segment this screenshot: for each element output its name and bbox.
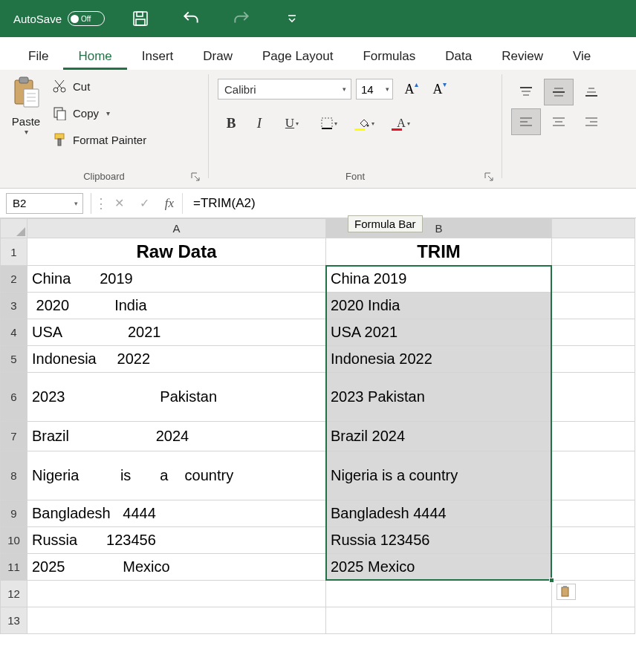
cancel-formula-icon[interactable]: ✕ <box>106 196 132 210</box>
cell-B5[interactable]: Indonesia 2022 <box>326 346 552 373</box>
expand-dots-icon[interactable]: ⋮ <box>94 195 106 212</box>
tab-review[interactable]: Review <box>487 42 558 70</box>
align-middle-button[interactable] <box>544 79 574 105</box>
tab-draw[interactable]: Draw <box>188 42 247 70</box>
cell-B1[interactable]: TRIM <box>326 238 552 266</box>
cell-B10[interactable]: Russia 123456 <box>326 527 552 554</box>
align-left-button[interactable] <box>511 108 541 135</box>
cell[interactable] <box>552 500 635 527</box>
cell[interactable] <box>552 238 635 266</box>
cell[interactable] <box>326 581 552 607</box>
cell[interactable] <box>552 422 635 451</box>
row-header[interactable]: 12 <box>1 581 27 607</box>
cell-A3[interactable]: 2020 India <box>27 293 326 319</box>
formula-bar-input[interactable]: =TRIM(A2) <box>182 193 636 214</box>
align-top-button[interactable] <box>511 79 541 105</box>
row-header[interactable]: 3 <box>1 293 27 319</box>
row-header[interactable]: 6 <box>1 373 27 422</box>
cell[interactable] <box>27 581 326 607</box>
align-bottom-button[interactable] <box>577 79 606 105</box>
clipboard-launcher-icon[interactable] <box>190 172 201 182</box>
increase-font-size-button[interactable]: A▴ <box>398 79 421 100</box>
cell-B7[interactable]: Brazil 2024 <box>326 422 552 451</box>
cell[interactable] <box>552 293 635 319</box>
cell-A9[interactable]: Bangladesh 4444 <box>27 500 326 527</box>
row-header[interactable]: 8 <box>1 451 27 500</box>
row-header[interactable]: 7 <box>1 422 27 451</box>
cell-B6[interactable]: 2023 Pakistan <box>326 373 552 422</box>
underline-button[interactable]: U▾ <box>274 113 310 134</box>
row-header[interactable]: 5 <box>1 346 27 373</box>
italic-button[interactable]: I <box>246 113 273 134</box>
cell-A4[interactable]: USA 2021 <box>27 319 326 346</box>
row-header[interactable]: 10 <box>1 527 27 554</box>
undo-icon[interactable] <box>176 4 206 33</box>
cell-B4[interactable]: USA 2021 <box>326 319 552 346</box>
row-header[interactable]: 13 <box>1 607 27 634</box>
paste-dropdown-icon[interactable]: ▾ <box>25 128 28 136</box>
tab-formulas[interactable]: Formulas <box>348 42 430 70</box>
tab-view[interactable]: Vie <box>558 42 606 70</box>
select-all-corner[interactable] <box>1 219 27 238</box>
font-name-selector[interactable]: Calibri ▾ <box>218 79 351 100</box>
cell[interactable] <box>552 451 635 500</box>
cell-B11[interactable]: 2025 Mexico <box>326 554 552 581</box>
cell-B3[interactable]: 2020 India <box>326 293 552 319</box>
row-header[interactable]: 1 <box>1 238 27 266</box>
bold-button[interactable]: B <box>218 113 244 134</box>
copy-dropdown-icon[interactable]: ▾ <box>106 109 110 117</box>
font-size-selector[interactable]: 14 ▾ <box>356 79 393 100</box>
cell[interactable] <box>27 607 326 634</box>
align-center-button[interactable] <box>544 108 574 135</box>
cell-A10[interactable]: Russia 123456 <box>27 527 326 554</box>
fill-handle[interactable] <box>549 578 554 583</box>
cell-A11[interactable]: 2025 Mexico <box>27 554 326 581</box>
cell[interactable] <box>552 319 635 346</box>
spreadsheet-grid[interactable]: A B 1 Raw Data TRIM 2China 2019China 201… <box>0 218 636 634</box>
paste-options-button[interactable] <box>556 584 576 600</box>
font-color-button[interactable]: A ▾ <box>386 113 421 134</box>
row-header[interactable]: 2 <box>1 266 27 293</box>
cell-A6[interactable]: 2023 Pakistan <box>27 373 326 422</box>
cell-A8[interactable]: Nigeria is a country <box>27 451 326 500</box>
cell-A5[interactable]: Indonesia 2022 <box>27 346 326 373</box>
row-header[interactable]: 11 <box>1 554 27 581</box>
redo-icon[interactable] <box>227 4 256 33</box>
copy-button[interactable]: Copy ▾ <box>52 102 146 123</box>
cell[interactable] <box>326 607 552 634</box>
row-header[interactable]: 9 <box>1 500 27 527</box>
row-header[interactable]: 4 <box>1 319 27 346</box>
insert-function-icon[interactable]: fx <box>157 196 182 211</box>
cell[interactable] <box>552 373 635 422</box>
cell-A2[interactable]: China 2019 <box>27 266 326 293</box>
autosave-switch[interactable]: Off <box>68 11 105 26</box>
cell[interactable] <box>552 527 635 554</box>
decrease-font-size-button[interactable]: A▾ <box>426 79 450 100</box>
align-right-button[interactable] <box>577 108 606 135</box>
cell[interactable] <box>552 554 635 581</box>
tab-insert[interactable]: Insert <box>127 42 189 70</box>
cell[interactable] <box>552 266 635 293</box>
autosave-toggle[interactable]: AutoSave Off <box>13 11 105 26</box>
tab-home[interactable]: Home <box>63 42 126 70</box>
name-box[interactable]: B2 ▾ <box>6 193 83 214</box>
tab-data[interactable]: Data <box>430 42 487 70</box>
enter-formula-icon[interactable]: ✓ <box>132 196 157 210</box>
cell[interactable] <box>552 346 635 373</box>
cut-button[interactable]: Cut <box>52 76 146 97</box>
cell-B9[interactable]: Bangladesh 4444 <box>326 500 552 527</box>
cell-A1[interactable]: Raw Data <box>27 238 326 266</box>
cell-B8[interactable]: Nigeria is a country <box>326 451 552 500</box>
tab-page-layout[interactable]: Page Layout <box>247 42 348 70</box>
save-icon[interactable] <box>126 4 155 33</box>
paste-button[interactable]: Paste ▾ <box>9 76 49 150</box>
cell-A7[interactable]: Brazil 2024 <box>27 422 326 451</box>
borders-button[interactable]: ▾ <box>311 113 347 134</box>
fill-color-button[interactable]: ▾ <box>348 113 384 134</box>
qat-customize-icon[interactable] <box>277 4 307 33</box>
tab-file[interactable]: File <box>13 42 63 70</box>
column-header-A[interactable]: A <box>27 219 326 238</box>
font-launcher-icon[interactable] <box>484 172 494 182</box>
column-header-empty[interactable] <box>552 219 635 238</box>
cell-B2[interactable]: China 2019 <box>326 266 552 293</box>
